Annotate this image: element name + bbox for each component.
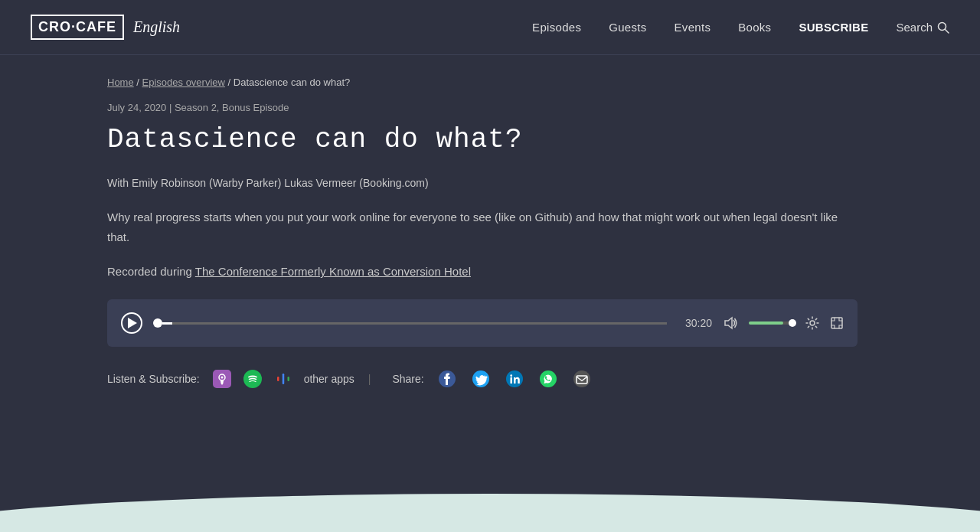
episode-description: Why real progress starts when you put yo…: [107, 207, 858, 246]
svg-rect-9: [277, 377, 279, 381]
volume-fill: [749, 321, 783, 325]
time-display: 30:20: [685, 317, 712, 329]
speaker-icon: [723, 315, 738, 331]
fullscreen-button[interactable]: [830, 316, 844, 330]
nav-search[interactable]: Search: [896, 21, 949, 34]
breadcrumb-current: Datascience can do what?: [234, 77, 350, 88]
facebook-share-button[interactable]: [436, 368, 458, 390]
nav-books[interactable]: Books: [738, 21, 771, 34]
whatsapp-share-button[interactable]: [537, 368, 559, 390]
conference-link[interactable]: The Conference Formerly Known as Convers…: [195, 265, 471, 278]
share-label: Share:: [392, 373, 423, 385]
svg-point-7: [220, 377, 223, 379]
nav-episodes[interactable]: Episodes: [532, 21, 581, 34]
audio-player: 30:20: [107, 299, 858, 347]
linkedin-share-button[interactable]: [504, 368, 525, 390]
listen-bar: Listen & Subscribe:: [107, 368, 858, 390]
recorded-prefix: Recorded during: [107, 265, 192, 278]
spotify-icon[interactable]: [243, 369, 263, 389]
player-extra-icons: [805, 316, 844, 330]
episode-guests: With Emily Robinson (Warby Parker) Lukas…: [107, 177, 873, 189]
svg-rect-15: [510, 377, 512, 383]
breadcrumb-episodes[interactable]: Episodes overview: [142, 77, 225, 88]
page-content: Home / Episodes overview / Datascience c…: [0, 55, 980, 420]
email-share-button[interactable]: [571, 368, 593, 390]
play-icon: [128, 318, 137, 328]
svg-point-3: [810, 321, 815, 325]
nav-links: Episodes Guests Events Books SUBSCRIBE: [532, 21, 868, 34]
progress-bar[interactable]: [162, 322, 667, 325]
logo-box: CRO·CAFE: [31, 15, 124, 40]
google-podcasts-icon[interactable]: [273, 369, 293, 389]
nav-events[interactable]: Events: [675, 21, 711, 34]
nav-guests[interactable]: Guests: [609, 21, 646, 34]
breadcrumb: Home / Episodes overview / Datascience c…: [107, 77, 873, 88]
svg-marker-2: [725, 318, 732, 328]
search-label: Search: [896, 21, 933, 34]
site-logo[interactable]: CRO·CAFE English: [31, 15, 180, 40]
svg-point-16: [510, 374, 512, 377]
settings-button[interactable]: [805, 316, 819, 330]
svg-line-1: [946, 29, 949, 33]
gear-icon: [805, 316, 819, 330]
twitter-share-button[interactable]: [470, 368, 492, 390]
breadcrumb-home[interactable]: Home: [107, 77, 134, 88]
nav-subscribe[interactable]: SUBSCRIBE: [799, 21, 868, 34]
apple-podcasts-icon[interactable]: [212, 369, 232, 389]
breadcrumb-sep1: /: [136, 77, 142, 88]
svg-rect-4: [831, 318, 842, 328]
progress-dot: [153, 318, 162, 328]
fullscreen-icon: [830, 316, 844, 330]
volume-bar[interactable]: [749, 321, 795, 325]
play-button[interactable]: [121, 312, 142, 334]
progress-fill: [162, 322, 172, 325]
progress-container: [153, 318, 667, 328]
svg-rect-5: [213, 370, 231, 388]
listen-label: Listen & Subscribe:: [107, 373, 200, 385]
main-nav: CRO·CAFE English Episodes Guests Events …: [0, 0, 980, 55]
episode-meta: July 24, 2020 | Season 2, Bonus Episode: [107, 102, 873, 113]
svg-rect-11: [287, 377, 289, 381]
pipe-separator: |: [368, 373, 371, 385]
logo-language: English: [133, 18, 180, 36]
other-apps-link[interactable]: other apps: [304, 373, 354, 385]
share-icons: [436, 368, 593, 390]
mute-button[interactable]: [723, 315, 738, 331]
episode-title: Datascience can do what?: [107, 124, 873, 155]
listen-icons: other apps |: [212, 369, 374, 389]
volume-dot: [789, 319, 796, 327]
episode-recorded: Recorded during The Conference Formerly …: [107, 265, 873, 278]
footer-curve: [0, 494, 980, 532]
breadcrumb-sep2: /: [228, 77, 234, 88]
search-icon: [937, 21, 949, 34]
svg-rect-10: [282, 374, 284, 384]
